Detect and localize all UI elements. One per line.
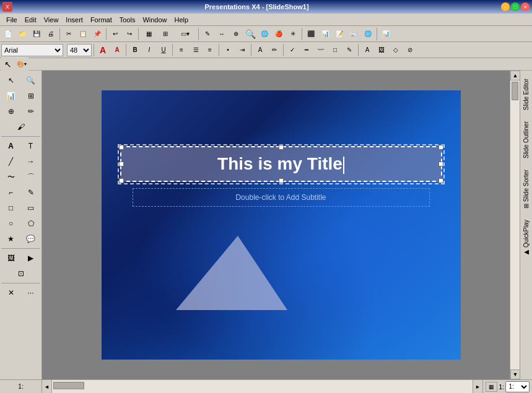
save-button[interactable]: 💾 bbox=[30, 27, 43, 41]
bullet-button[interactable]: • bbox=[221, 43, 235, 57]
tb-btn1[interactable]: ▦ bbox=[141, 27, 157, 41]
hscroll-track[interactable]: ◄ ► bbox=[42, 380, 482, 393]
star-tool[interactable]: ★ bbox=[2, 231, 20, 246]
spell-button[interactable]: ✓ bbox=[286, 43, 299, 57]
align-right-button[interactable]: ≡ bbox=[203, 43, 217, 57]
menu-file[interactable]: File bbox=[2, 15, 21, 24]
slide-editor-tab[interactable]: Slide Editor bbox=[521, 73, 531, 116]
delete-tool[interactable]: ✕ bbox=[2, 285, 20, 300]
open-button[interactable]: 📁 bbox=[15, 27, 29, 41]
align-center-button[interactable]: ☰ bbox=[189, 43, 203, 57]
zoom-dropdown[interactable]: ▦ bbox=[486, 382, 497, 392]
paint-tool[interactable]: 🖌 bbox=[12, 119, 30, 134]
slide-canvas[interactable]: This is my Title Double-click to Add Sub… bbox=[102, 90, 461, 360]
tb-btn9[interactable]: ✳ bbox=[286, 27, 300, 41]
scroll-up-button[interactable]: ▲ bbox=[510, 71, 520, 80]
org-chart-tool[interactable]: ⊕ bbox=[2, 104, 20, 119]
menu-view[interactable]: View bbox=[40, 15, 63, 24]
tb-btn10[interactable]: ⬛ bbox=[304, 27, 318, 41]
redo-button[interactable]: ↪ bbox=[123, 27, 136, 41]
indent-button[interactable]: ⇥ bbox=[235, 43, 249, 57]
insert-shape[interactable]: ◇ bbox=[389, 43, 403, 57]
select-tool[interactable]: ↖ bbox=[2, 73, 20, 88]
draw-tool[interactable]: ✏ bbox=[22, 104, 40, 119]
subtitle-textbox[interactable]: Double-click to Add Subtitle bbox=[133, 188, 430, 207]
scroll-thumb-v[interactable] bbox=[512, 82, 518, 100]
font-family-select[interactable]: Arial Times New Roman bbox=[1, 44, 63, 56]
undo-button[interactable]: ↩ bbox=[108, 27, 122, 41]
paste-button[interactable]: 📌 bbox=[90, 27, 104, 41]
image-tool[interactable]: 🖼 bbox=[2, 251, 20, 266]
vertical-scrollbar[interactable]: ▲ ▼ bbox=[510, 71, 520, 379]
slide-sorter-tab[interactable]: ⊞ Slide Sorter bbox=[521, 164, 531, 214]
scroll-track-v[interactable] bbox=[510, 80, 520, 369]
line-tool[interactable]: ╱ bbox=[2, 154, 20, 169]
polyline-tool[interactable]: ⌐ bbox=[2, 185, 20, 200]
print-button[interactable]: 🖨 bbox=[44, 27, 58, 41]
handle-ml[interactable] bbox=[119, 162, 124, 166]
bold-button[interactable]: B bbox=[128, 43, 142, 57]
cut-button[interactable]: ✂ bbox=[62, 27, 76, 41]
hscroll-thumb[interactable] bbox=[53, 382, 84, 389]
shape-button[interactable]: □ bbox=[328, 43, 342, 57]
italic-button[interactable]: I bbox=[142, 43, 156, 57]
draw-button[interactable]: ✎ bbox=[342, 43, 356, 57]
tb-btn8[interactable]: 🍎 bbox=[272, 27, 286, 41]
pointer-tool[interactable]: ↖ bbox=[1, 58, 15, 71]
font-grow-button[interactable]: A bbox=[96, 43, 110, 57]
font-size-select[interactable]: 48 36 24 bbox=[67, 44, 92, 56]
bar-chart-tool[interactable]: 📊 bbox=[2, 89, 20, 103]
triangle-shape[interactable] bbox=[176, 236, 287, 310]
copy-button[interactable]: 📋 bbox=[76, 27, 90, 41]
handle-tm[interactable] bbox=[279, 145, 284, 150]
media-tool[interactable]: ▶ bbox=[22, 251, 40, 266]
text-btn[interactable]: A bbox=[360, 43, 374, 57]
tb-btn11[interactable]: 📊 bbox=[318, 27, 332, 41]
maximize-button[interactable]: □ bbox=[511, 2, 520, 11]
arrow-tool[interactable]: → bbox=[22, 154, 40, 169]
roundrect-tool[interactable]: ▭ bbox=[22, 201, 40, 215]
line-style-button[interactable]: 〰 bbox=[314, 43, 328, 57]
handle-tl[interactable] bbox=[119, 145, 124, 150]
zoom-tool[interactable]: 🔍 bbox=[22, 73, 40, 88]
tb-btn13[interactable]: 📰 bbox=[347, 27, 360, 41]
handle-tr[interactable] bbox=[438, 145, 443, 150]
menu-format[interactable]: Format bbox=[87, 15, 116, 24]
menu-insert[interactable]: Insert bbox=[62, 15, 87, 24]
slide-outliner-tab[interactable]: Slide Outliner bbox=[521, 116, 531, 164]
tb-btn6[interactable]: 🔍 bbox=[243, 27, 257, 41]
tb-btn4[interactable]: ↔ bbox=[215, 27, 229, 41]
underline-button[interactable]: U bbox=[157, 43, 170, 57]
more-tools[interactable]: ··· bbox=[22, 285, 40, 300]
zoom-select[interactable]: 1: 1:2 bbox=[505, 381, 530, 392]
tb-dropdown1[interactable]: ▭▾ bbox=[174, 27, 196, 41]
handle-bm[interactable] bbox=[279, 178, 284, 183]
menu-tools[interactable]: Tools bbox=[116, 15, 139, 24]
scroll-left-button[interactable]: ◄ bbox=[42, 380, 52, 393]
hscroll-track-inner[interactable] bbox=[52, 380, 473, 393]
bezier-tool[interactable]: ⌒ bbox=[22, 170, 40, 184]
polygon-tool[interactable]: ⬠ bbox=[22, 216, 40, 231]
quickplay-tab[interactable]: ▶ QuickPlay bbox=[521, 214, 531, 262]
handle-mr[interactable] bbox=[438, 162, 443, 166]
menu-help[interactable]: Help bbox=[171, 15, 193, 24]
color-fill-button[interactable]: 🎨 ▾ bbox=[15, 58, 28, 71]
freehand-tool[interactable]: ✎ bbox=[22, 185, 40, 200]
table-tool[interactable]: ⊞ bbox=[22, 89, 40, 103]
text-tool[interactable]: A bbox=[2, 139, 20, 153]
close-button[interactable]: ✕ bbox=[521, 2, 530, 11]
new-button[interactable]: 📄 bbox=[1, 27, 15, 41]
rect-tool[interactable]: □ bbox=[2, 201, 20, 215]
title-textbox[interactable]: This is my Title bbox=[120, 146, 442, 182]
menu-edit[interactable]: Edit bbox=[21, 15, 40, 24]
tb-btn2[interactable]: ⊞ bbox=[157, 27, 173, 41]
ellipse-tool[interactable]: ○ bbox=[2, 216, 20, 231]
highlight-button[interactable]: ✏ bbox=[268, 43, 281, 57]
font-shrink-button[interactable]: A bbox=[110, 43, 124, 57]
tb-btn3[interactable]: ✎ bbox=[201, 27, 214, 41]
tb-btn7[interactable]: 🌐 bbox=[258, 27, 271, 41]
object-tool[interactable]: ⊡ bbox=[12, 266, 30, 281]
callout-tool[interactable]: 💬 bbox=[22, 231, 40, 246]
handle-br[interactable] bbox=[438, 178, 443, 183]
handle-bl[interactable] bbox=[119, 178, 124, 183]
